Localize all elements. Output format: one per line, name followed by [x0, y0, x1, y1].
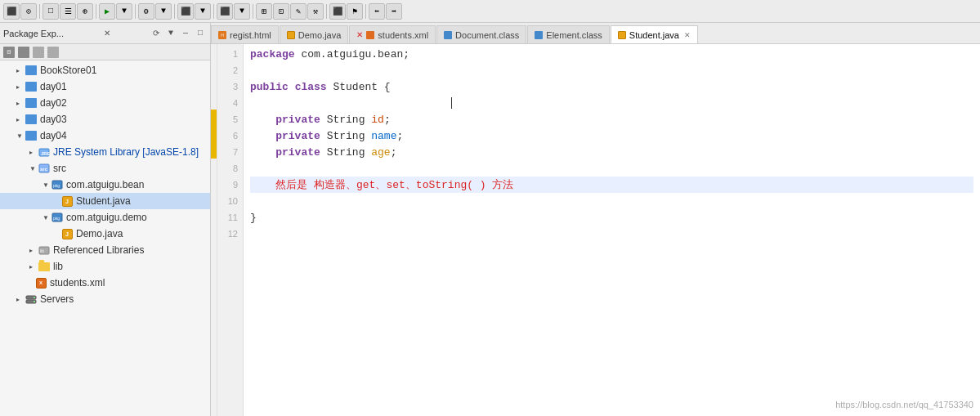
toolbar-btn-10[interactable]: ▼	[195, 3, 211, 20]
label-bookstore: BookStore01	[40, 65, 96, 76]
arrow-lib: ▸	[29, 263, 38, 271]
icon-link[interactable]	[18, 47, 29, 58]
code-line-10	[250, 193, 973, 209]
tree-item-bookstore[interactable]: ▸ BookStore01	[0, 62, 210, 78]
ln-5: 5	[217, 111, 243, 127]
tree-item-jre[interactable]: ▸ JRE JRE System Library [JavaSE-1.8]	[0, 144, 210, 160]
toolbar-btn-17[interactable]: ⬛	[329, 3, 346, 20]
tab-regist[interactable]: H regist.html	[211, 25, 279, 43]
arrow-servers: ▸	[16, 296, 25, 303]
icon-jre: JRE	[38, 146, 51, 158]
toolbar-btn-5[interactable]: ⊕	[77, 3, 93, 20]
panel-icon-maximize[interactable]: □	[194, 27, 207, 40]
bm-12	[211, 224, 217, 240]
svg-text:pkg: pkg	[53, 183, 60, 188]
ln-2: 2	[217, 62, 243, 78]
toolbar-btn-run[interactable]: ▶	[99, 3, 115, 20]
toolbar-btn-4[interactable]: ☰	[60, 3, 76, 20]
tree-item-studentsxml[interactable]: X students.xml	[0, 275, 210, 291]
arrow-day04: ▼	[16, 132, 25, 140]
toolbar-btn-6[interactable]: ▼	[116, 3, 132, 20]
bm-4	[211, 93, 217, 110]
icon-collapse-all[interactable]: ⊟	[3, 47, 15, 58]
toolbar-btn-19[interactable]: ⬅	[369, 3, 385, 20]
label-studentsxml: students.xml	[50, 277, 105, 289]
ln-4: 4	[217, 95, 243, 111]
tab-close-student[interactable]: ✕	[684, 31, 691, 39]
toolbar-btn-9[interactable]: ⬛	[177, 3, 194, 20]
code-line-12	[250, 226, 973, 242]
tab-label-students: students.xml	[378, 30, 428, 40]
icon-studentsxml: X	[34, 277, 47, 289]
toolbar-btn-13[interactable]: ⊞	[256, 3, 272, 20]
code-line-8	[250, 160, 973, 177]
kw-private5: private	[275, 114, 320, 126]
tree-item-demojava[interactable]: J Demo.java	[0, 226, 210, 242]
code-editor: 1 2 3 4 5 6 7 8 9 10 11 12 packa	[211, 44, 980, 416]
icon-day03	[25, 114, 38, 125]
tab-document[interactable]: Document.class	[436, 25, 526, 43]
ln-12: 12	[217, 226, 243, 242]
toolbar-btn-15[interactable]: ✎	[290, 3, 307, 20]
tree-item-student[interactable]: J Student.java	[0, 193, 210, 209]
toolbar-btn-20[interactable]: ➡	[386, 3, 402, 20]
label-day02: day02	[40, 97, 67, 109]
toolbar-btn-18[interactable]: ⚑	[347, 3, 363, 20]
toolbar-btn-8[interactable]: ▼	[155, 3, 172, 20]
label-demo-pkg: com.atguigu.demo	[66, 212, 147, 223]
tab-element[interactable]: Element.class	[527, 25, 609, 43]
toolbar-sep-3	[135, 4, 136, 19]
bm-1	[211, 44, 217, 60]
svg-text:pkg: pkg	[53, 216, 60, 221]
sp6c	[365, 130, 371, 142]
panel-icon-menu[interactable]: ▼	[164, 27, 177, 40]
sp6b	[320, 130, 327, 142]
panel-icon-minimize[interactable]: —	[179, 27, 192, 40]
tree-item-lib[interactable]: ▸ lib	[0, 258, 210, 275]
icon-filter[interactable]	[33, 47, 44, 58]
tree-item-src[interactable]: ▼ src src	[0, 160, 210, 177]
semi6: ;	[396, 130, 403, 142]
icon-reflibs: lib	[38, 244, 51, 256]
tab-student[interactable]: Student.java ✕	[611, 25, 698, 43]
ln-8: 8	[217, 160, 243, 177]
tree-item-servers[interactable]: ▸ Servers	[0, 291, 210, 307]
tree-item-day03[interactable]: ▸ day03	[0, 111, 210, 127]
bookmark-strip	[211, 44, 217, 416]
field-name: name	[371, 130, 396, 142]
tree-item-demo-pkg[interactable]: ▼ pkg com.atguigu.demo	[0, 209, 210, 226]
left-panel: Package Exp... ✕ ⟳ ▼ — □ ⊟ ▸	[0, 23, 211, 416]
tab-demo[interactable]: Demo.java	[280, 25, 349, 43]
sp9	[250, 179, 275, 191]
tree-item-bean[interactable]: ▼ pkg com.atguigu.bean	[0, 177, 210, 193]
code-content[interactable]: package com.atguigu.bean; public class S…	[244, 44, 980, 416]
toolbar-btn-12[interactable]: ▼	[234, 3, 250, 20]
toolbar-btn-11[interactable]: ⬛	[217, 3, 233, 20]
editor-area: H regist.html Demo.java ✕ students.xml D…	[211, 23, 980, 416]
tree-item-day04[interactable]: ▼ day04	[0, 127, 210, 144]
arrow-day02: ▸	[16, 100, 25, 107]
toolbar-btn-16[interactable]: ⚒	[307, 3, 324, 20]
toolbar-btn-3[interactable]: □	[43, 3, 59, 20]
icon-day01	[25, 81, 38, 92]
icon-sort[interactable]	[47, 47, 59, 58]
comment-text: 然后是 构造器、get、set、toString( ) 方法	[275, 177, 513, 192]
sp3b	[327, 81, 333, 93]
svg-point-13	[34, 301, 35, 302]
ln-11: 11	[217, 209, 243, 226]
arrow-reflibs: ▸	[29, 247, 38, 254]
panel-icon-sync[interactable]: ⟳	[150, 27, 163, 40]
tree-item-day01[interactable]: ▸ day01	[0, 78, 210, 95]
toolbar-btn-7[interactable]: ⚙	[138, 3, 154, 20]
toolbar-btn-14[interactable]: ⊡	[273, 3, 289, 20]
field-age: age	[371, 146, 390, 159]
toolbar-btn-1[interactable]: ⬛	[3, 3, 20, 20]
tab-icon-student	[618, 31, 626, 39]
bm-3	[211, 77, 217, 93]
tree-item-day02[interactable]: ▸ day02	[0, 95, 210, 111]
tree-item-reflibs[interactable]: ▸ lib Referenced Libraries	[0, 242, 210, 258]
panel-close[interactable]: ✕	[104, 29, 110, 38]
tab-students[interactable]: ✕ students.xml	[349, 25, 436, 43]
toolbar-btn-2[interactable]: ⊙	[20, 3, 37, 20]
icon-lib	[38, 261, 51, 272]
